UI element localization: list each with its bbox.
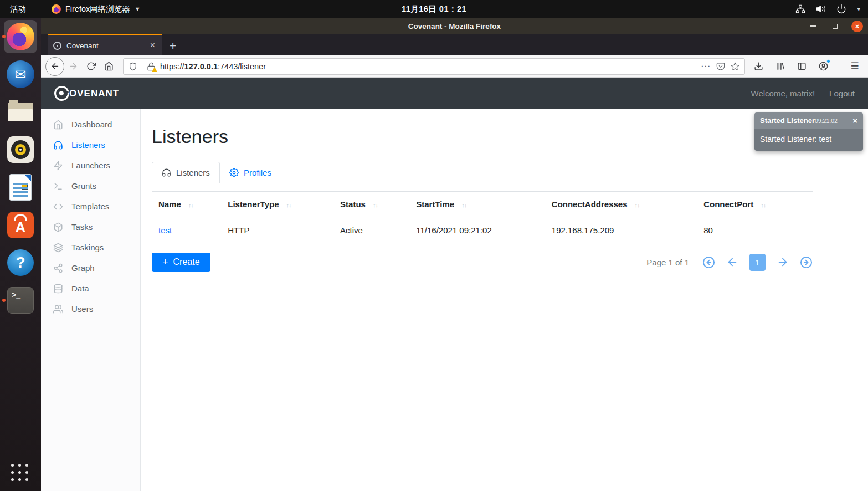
clock[interactable]: 11月16日 01：21 [402, 4, 466, 14]
tracking-protection-shield-icon[interactable] [129, 62, 137, 71]
content-tabs: Listeners Profiles [152, 162, 813, 183]
sidebar-label: Launchers [71, 161, 110, 170]
gnome-top-bar: 活动 Firefox网络浏览器 ▼ 11月16日 01：21 ▾ [0, 0, 868, 18]
first-page-button[interactable] [702, 256, 715, 269]
sidebar-item-launchers[interactable]: Launchers [41, 155, 140, 176]
share-graph-icon [53, 263, 63, 273]
zap-icon [53, 161, 63, 171]
url-bar[interactable]: https://127.0.0.1:7443/listener ⋯ [123, 58, 745, 75]
toast-close-icon[interactable]: × [852, 116, 857, 125]
pocket-icon[interactable] [716, 62, 725, 71]
pagination-label: Page 1 of 1 [646, 258, 689, 267]
activities-button[interactable]: 活动 [10, 4, 26, 14]
sidebar-item-grunts[interactable]: Grunts [41, 176, 140, 196]
sidebar-item-users[interactable]: Users [41, 299, 140, 319]
toast-notification: Started Listener 09:21:02 × Started List… [754, 112, 863, 151]
sidebar-item-taskings[interactable]: Taskings [41, 237, 140, 258]
account-button[interactable] [814, 58, 832, 75]
previous-page-button[interactable] [726, 256, 738, 268]
downloads-button[interactable] [749, 58, 767, 75]
gear-icon [229, 168, 239, 177]
connection-lock-icon[interactable] [147, 62, 156, 71]
close-button[interactable]: × [851, 21, 863, 32]
tab-listeners[interactable]: Listeners [152, 162, 220, 183]
covenant-navbar: OVENANT Welcome, matrix! Logout [41, 78, 868, 109]
maximize-button[interactable] [829, 21, 841, 32]
sort-icon[interactable]: ↑↓ [373, 202, 378, 208]
column-header-connectport[interactable]: ConnectPort↑↓ [697, 192, 813, 217]
dock-item-terminal[interactable]: >_ [4, 284, 37, 317]
main-content: Listeners Listeners Profiles [141, 109, 868, 491]
toolbar-separator [839, 60, 839, 72]
sidebars-button[interactable] [793, 58, 810, 75]
current-page-button[interactable]: 1 [749, 254, 766, 271]
sort-icon[interactable]: ↑↓ [188, 202, 193, 208]
dock-item-firefox[interactable] [4, 20, 37, 53]
column-header-connectaddresses[interactable]: ConnectAddresses↑↓ [545, 192, 697, 217]
menu-button[interactable]: ☰ [846, 58, 864, 75]
sidebar-item-templates[interactable]: Templates [41, 196, 140, 217]
page-actions-icon[interactable]: ⋯ [701, 60, 711, 72]
dock-item-files[interactable] [4, 95, 37, 129]
column-header-status[interactable]: Status↑↓ [333, 192, 409, 217]
sidebar-item-data[interactable]: Data [41, 278, 140, 299]
dock-item-ubuntu-software[interactable]: A [4, 208, 37, 242]
minimize-button[interactable] [807, 21, 819, 32]
show-applications-button[interactable] [4, 457, 37, 490]
system-status-area[interactable]: ▾ [795, 4, 860, 14]
layers-icon [53, 243, 63, 253]
logout-link[interactable]: Logout [829, 89, 855, 98]
plus-icon: + [162, 257, 168, 267]
database-icon [53, 284, 63, 294]
column-header-name[interactable]: Name↑↓ [152, 192, 221, 217]
dock-item-libreoffice-writer[interactable] [4, 171, 37, 204]
new-tab-button[interactable]: + [170, 40, 176, 52]
dock-item-thunderbird[interactable]: ✉ [4, 58, 37, 91]
window-title: Covenant - Mozilla Firefox [408, 22, 501, 30]
home-button[interactable] [100, 58, 117, 75]
sort-icon[interactable]: ↑↓ [761, 202, 766, 208]
dock-item-rhythmbox[interactable] [4, 133, 37, 166]
sidebar-label: Taskings [71, 243, 104, 252]
create-button[interactable]: + Create [152, 253, 210, 272]
tab-close-icon[interactable]: × [149, 40, 156, 50]
listener-name-link[interactable]: test [158, 226, 172, 235]
toast-body: Started Listener: test [754, 129, 863, 151]
reload-button[interactable] [82, 58, 100, 75]
column-header-starttime[interactable]: StartTime↑↓ [409, 192, 545, 217]
covenant-c-ring-icon [53, 84, 71, 103]
terminal-prompt-icon [53, 181, 63, 191]
ubuntu-dock: ✉ A ? >_ [0, 18, 41, 491]
covenant-logo[interactable]: OVENANT [54, 86, 119, 101]
welcome-text: Welcome, matrix! [751, 89, 815, 98]
tab-covenant[interactable]: Covenant × [48, 34, 162, 55]
page-title: Listeners [152, 126, 813, 147]
sort-icon[interactable]: ↑↓ [461, 202, 466, 208]
bookmark-star-icon[interactable] [731, 62, 739, 71]
window-titlebar[interactable]: Covenant - Mozilla Firefox × [41, 18, 868, 34]
app-sidebar: Dashboard Listeners Launchers Grunts Tem… [41, 109, 141, 491]
sort-icon[interactable]: ↑↓ [286, 202, 291, 208]
thunderbird-icon: ✉ [7, 60, 34, 88]
table-row: test HTTP Active 11/16/2021 09:21:02 192… [152, 217, 813, 244]
forward-button[interactable] [64, 58, 82, 75]
sidebar-item-graph[interactable]: Graph [41, 258, 140, 278]
last-page-button[interactable] [800, 256, 813, 269]
next-page-button[interactable] [777, 256, 789, 268]
dock-item-help[interactable]: ? [4, 246, 37, 279]
cell-start-time: 11/16/2021 09:21:02 [409, 217, 545, 244]
app-menu[interactable]: Firefox网络浏览器 ▼ [52, 4, 141, 14]
sidebar-item-listeners[interactable]: Listeners [41, 135, 140, 155]
tab-bar: Covenant × + [41, 34, 868, 55]
sidebar-item-dashboard[interactable]: Dashboard [41, 114, 140, 135]
library-button[interactable] [771, 58, 789, 75]
tab-profiles[interactable]: Profiles [220, 162, 281, 183]
url-text[interactable]: https://127.0.0.1:7443/listener [160, 62, 696, 71]
sort-icon[interactable]: ↑↓ [635, 202, 640, 208]
column-header-listenertype[interactable]: ListenerType↑↓ [221, 192, 333, 217]
create-button-label: Create [173, 257, 200, 267]
pagination: Page 1 of 1 1 [646, 254, 813, 271]
sidebar-item-tasks[interactable]: Tasks [41, 217, 140, 237]
sidebar-label: Tasks [71, 222, 93, 232]
back-button[interactable] [45, 57, 64, 76]
